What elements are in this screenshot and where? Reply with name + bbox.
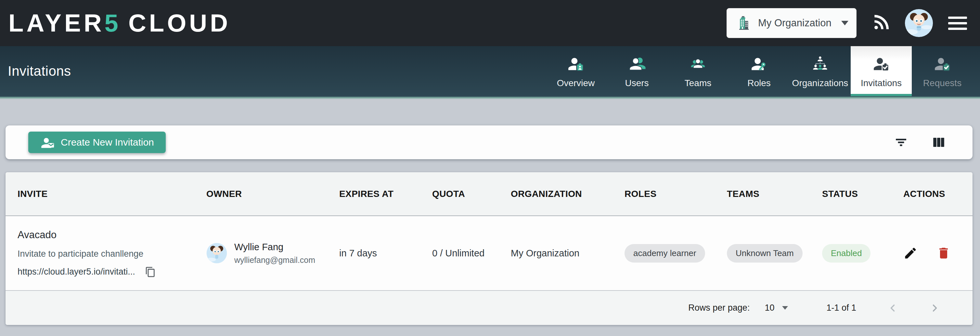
tab-roles[interactable]: Roles (729, 46, 789, 96)
create-new-invitation-button[interactable]: Create New Invitation (28, 132, 166, 153)
person-check-icon (872, 55, 890, 73)
column-header-invite[interactable]: INVITE (6, 172, 194, 216)
invitations-toolbar: Create New Invitation (6, 126, 972, 159)
column-header-roles[interactable]: ROLES (612, 172, 715, 216)
user-avatar[interactable] (905, 9, 933, 37)
role-chip[interactable]: academy learner (625, 244, 705, 263)
main-content: Create New Invitation (0, 126, 980, 325)
rows-per-page-value: 10 (765, 303, 774, 313)
tab-label: Roles (747, 78, 771, 88)
page-title: Invitations (8, 64, 71, 79)
delete-icon[interactable] (937, 246, 951, 260)
building-icon (735, 14, 752, 32)
tab-label: Overview (557, 78, 595, 88)
tab-organizations[interactable]: Organizations (789, 46, 851, 96)
view-columns-icon[interactable] (931, 135, 947, 150)
create-new-invitation-label: Create New Invitation (61, 137, 154, 148)
column-header-quota[interactable]: QUOTA (420, 172, 499, 216)
caret-down-icon (841, 21, 848, 25)
logo-text-cloud: CLOUD (128, 11, 231, 35)
column-header-status[interactable]: STATUS (810, 172, 891, 216)
invitations-table: INVITE OWNER EXPIRES AT QUOTA ORGANIZATI… (6, 172, 972, 291)
organization-cell: My Organization (499, 216, 612, 290)
tab-invitations[interactable]: Invitations (851, 46, 912, 96)
tab-teams[interactable]: Teams (667, 46, 729, 96)
section-nav-bar: Invitations Overview Users (0, 46, 980, 96)
filter-icon[interactable] (893, 135, 909, 150)
topbar-actions: My Organization (727, 8, 967, 38)
teams-cell: Unknown Team (715, 216, 810, 290)
organization-selector-label: My Organization (758, 17, 832, 29)
person-key-icon (750, 55, 768, 73)
person-mail-icon (40, 135, 55, 150)
organization-selector[interactable]: My Organization (727, 8, 856, 38)
logo-text-layer: LAYER (8, 11, 105, 35)
pagination-range: 1-1 of 1 (826, 303, 856, 313)
status-cell: Enabled (810, 216, 891, 290)
table-tools (893, 135, 947, 150)
invitation-row: Avacado Invitate to participate chanllen… (6, 216, 972, 290)
column-header-owner[interactable]: OWNER (194, 172, 327, 216)
team-chip[interactable]: Unknown Team (727, 244, 803, 263)
caret-down-icon (782, 306, 788, 310)
quota-cell: 0 / Unlimited (420, 216, 499, 290)
logo-text-five: 5 (105, 11, 121, 35)
invite-link[interactable]: https://cloud.layer5.io/invitati... (18, 267, 135, 277)
edit-icon[interactable] (903, 246, 918, 260)
pagination-bar: Rows per page: 10 1-1 of 1 (6, 291, 972, 325)
rows-per-page-select[interactable]: 10 (765, 303, 788, 313)
owner-cell: Wyllie Fang wylliefang@gmail.com (194, 216, 327, 290)
tab-label: Organizations (792, 78, 848, 88)
column-header-teams[interactable]: TEAMS (715, 172, 810, 216)
layer5-cloud-logo[interactable]: LAYER5CLOUD (8, 11, 231, 35)
tab-overview[interactable]: Overview (545, 46, 606, 96)
table-header-row: INVITE OWNER EXPIRES AT QUOTA ORGANIZATI… (6, 172, 972, 216)
owner-name: Wyllie Fang (234, 242, 315, 253)
tab-label: Users (625, 78, 649, 88)
org-hierarchy-icon (811, 55, 829, 73)
invitations-table-card: INVITE OWNER EXPIRES AT QUOTA ORGANIZATI… (6, 172, 972, 325)
tab-users[interactable]: Users (606, 46, 667, 96)
group-icon (689, 55, 707, 73)
navbar-gradient-divider (0, 96, 980, 99)
owner-avatar (206, 243, 227, 264)
invite-cell: Avacado Invitate to participate chanllen… (6, 216, 194, 290)
copy-icon[interactable] (145, 266, 156, 277)
roles-cell: academy learner (612, 216, 715, 290)
previous-page-button[interactable] (887, 302, 899, 314)
column-header-actions[interactable]: ACTIONS (891, 172, 972, 216)
person-badge-icon (567, 55, 585, 73)
column-header-expires-at[interactable]: EXPIRES AT (327, 172, 420, 216)
rss-feed-icon[interactable] (872, 14, 890, 32)
top-app-bar: LAYER5CLOUD (0, 0, 980, 46)
owner-email: wylliefang@gmail.com (234, 255, 315, 265)
expires-at-cell: in 7 days (327, 216, 420, 290)
tab-label: Invitations (861, 78, 902, 88)
invite-name: Avacado (18, 229, 194, 241)
actions-cell (891, 216, 972, 290)
two-users-icon (628, 55, 646, 73)
invite-description: Invitate to participate chanllenge (18, 249, 194, 259)
next-page-button[interactable] (929, 302, 941, 314)
tab-label: Requests (923, 78, 961, 88)
column-header-organization[interactable]: ORGANIZATION (499, 172, 612, 216)
tab-label: Teams (685, 78, 711, 88)
tab-requests[interactable]: Requests (912, 46, 973, 96)
nav-tabs: Overview Users Teams (545, 46, 973, 96)
person-clipboard-check-icon (933, 55, 951, 73)
rows-per-page-label: Rows per page: (688, 303, 749, 313)
menu-icon[interactable] (948, 14, 967, 32)
status-badge: Enabled (822, 244, 870, 263)
